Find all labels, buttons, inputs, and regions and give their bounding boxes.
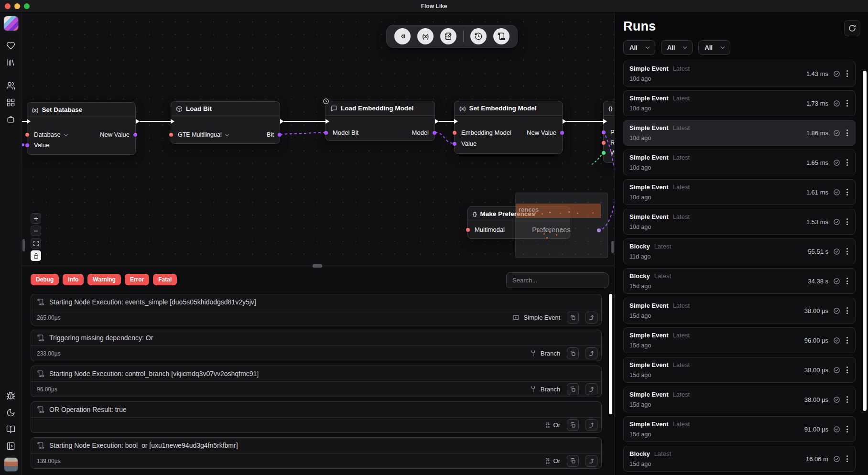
panel-resize-handle-right[interactable]	[611, 241, 614, 253]
bag-icon[interactable]	[6, 114, 16, 124]
output-pin[interactable]	[433, 131, 436, 135]
runs-filter-dropdown[interactable]: All	[623, 40, 655, 55]
log-entry[interactable]: Triggering missing dependency: Or 233.00…	[31, 330, 602, 361]
library-icon[interactable]	[6, 57, 16, 67]
notebook-button[interactable]	[440, 28, 456, 44]
log-filter-chip[interactable]: Warning	[87, 274, 121, 285]
run-card[interactable]: BlockyLatest 15d ago 34.38 s	[623, 268, 856, 294]
input-pin[interactable]	[25, 133, 29, 137]
run-card[interactable]: Simple EventLatest 10d ago 1.65 ms	[623, 150, 856, 175]
runs-scrollbar[interactable]	[863, 71, 867, 411]
run-menu-button[interactable]	[845, 306, 849, 315]
run-menu-button[interactable]	[845, 69, 849, 78]
log-search-input[interactable]	[506, 272, 608, 288]
log-scrollbar[interactable]	[609, 294, 612, 414]
variables-button[interactable]: (x)	[417, 28, 434, 44]
output-pin[interactable]	[278, 133, 282, 137]
runs-filter-dropdown[interactable]: All	[661, 40, 693, 55]
output-pin[interactable]	[560, 131, 564, 135]
run-menu-button[interactable]	[845, 128, 849, 138]
node-header[interactable]: Load Embedding Model	[326, 101, 434, 116]
runs-filter-dropdown[interactable]: All	[698, 40, 730, 55]
run-menu-button[interactable]	[845, 187, 849, 197]
users-icon[interactable]	[6, 81, 16, 90]
logs-button[interactable]	[493, 28, 510, 44]
history-button[interactable]	[470, 28, 487, 44]
log-entry[interactable]: Starting Node Execution: events_simple […	[31, 294, 602, 325]
run-card[interactable]: Simple EventLatest 15d ago 38.00 µs	[623, 298, 856, 324]
run-card[interactable]: Simple EventLatest 10d ago 1.43 ms	[623, 61, 856, 86]
open-run-button[interactable]	[586, 312, 597, 324]
copy-button[interactable]	[567, 419, 579, 431]
input-pin[interactable]	[25, 143, 29, 147]
run-menu-button[interactable]	[845, 247, 849, 256]
node-set-embedding-model[interactable]: (x)Set Embedding Model Embedding Model N…	[454, 101, 563, 154]
grid-icon[interactable]	[6, 97, 16, 107]
open-run-button[interactable]	[586, 347, 597, 359]
pin-label-database[interactable]: Database	[34, 130, 67, 140]
output-pin[interactable]	[133, 133, 137, 137]
log-filter-chip[interactable]: Fatal	[153, 274, 177, 285]
run-card[interactable]: Simple EventLatest 15d ago 96.00 µs	[623, 327, 856, 353]
avatar[interactable]	[4, 458, 18, 471]
runs-list[interactable]: Simple EventLatest 10d ago 1.43 ms Simpl…	[623, 61, 859, 475]
open-run-button[interactable]	[586, 455, 597, 467]
run-menu-button[interactable]	[845, 217, 849, 227]
log-entry[interactable]: Starting Node Execution: bool_or [uxu1ne…	[31, 437, 602, 469]
run-card[interactable]: BlockyLatest 11d ago 55.51 s	[623, 238, 856, 264]
run-card[interactable]: BlockyLatest 15d ago 16.06 m	[623, 446, 856, 472]
pin-label-gte[interactable]: GTE Multilingual	[178, 130, 228, 140]
zoom-in-button[interactable]	[31, 213, 41, 224]
run-card[interactable]: Simple EventLatest 15d ago 91.00 µs	[623, 416, 856, 442]
zoom-out-button[interactable]	[31, 226, 41, 236]
log-filter-chip[interactable]: Debug	[31, 274, 59, 285]
refresh-button[interactable]	[844, 20, 860, 36]
input-pin[interactable]	[602, 151, 606, 155]
run-menu-button[interactable]	[845, 395, 849, 404]
node-header[interactable]: (x)Set Embedding Model	[455, 101, 562, 116]
copy-button[interactable]	[567, 347, 579, 359]
book-icon[interactable]	[6, 424, 16, 434]
node-load-bit[interactable]: Load Bit GTE Multilingual Bit	[171, 101, 280, 144]
fit-view-button[interactable]	[31, 238, 41, 248]
run-card[interactable]: Simple EventLatest 10d ago 1.53 ms	[623, 209, 856, 235]
log-entry[interactable]: OR Operation Result: true 0110Or	[31, 401, 602, 433]
panel-icon[interactable]	[6, 441, 16, 451]
run-card[interactable]: Simple EventLatest 10d ago 1.61 ms	[623, 179, 856, 205]
minimize-button[interactable]	[14, 3, 20, 9]
run-menu-button[interactable]	[845, 424, 849, 434]
open-run-button[interactable]	[586, 419, 597, 431]
run-menu-button[interactable]	[845, 276, 849, 286]
run-card[interactable]: Simple EventLatest 15d ago 38.00 µs	[623, 387, 856, 412]
panel-resize-handle-left[interactable]	[22, 239, 25, 251]
close-button[interactable]	[5, 3, 11, 9]
node-header[interactable]: (x)Set Database	[27, 103, 135, 117]
node-set-database[interactable]: (x)Set Database Database Value New Value	[27, 102, 136, 155]
run-card[interactable]: Simple EventLatest 15d ago 38.00 µs	[623, 357, 856, 383]
heart-icon[interactable]	[6, 41, 16, 50]
log-filter-chip[interactable]: Info	[63, 274, 84, 285]
run-menu-button[interactable]	[845, 98, 849, 108]
run-card[interactable]: Simple EventLatest 10d ago 1.73 ms	[623, 90, 856, 116]
open-run-button[interactable]	[586, 383, 597, 395]
log-list[interactable]: Starting Node Execution: events_simple […	[31, 294, 602, 472]
input-pin[interactable]	[324, 131, 328, 135]
copy-button[interactable]	[567, 383, 579, 395]
node-header[interactable]: {}	[604, 101, 614, 116]
input-pin[interactable]	[453, 142, 456, 146]
run-button[interactable]	[394, 28, 411, 44]
run-menu-button[interactable]	[845, 365, 849, 375]
input-pin[interactable]	[602, 141, 606, 145]
input-pin[interactable]	[602, 130, 606, 134]
moon-icon[interactable]	[6, 408, 16, 417]
node-partial-right[interactable]: {} Pr Re W	[603, 101, 614, 163]
maximize-button[interactable]	[24, 3, 30, 9]
run-menu-button[interactable]	[845, 454, 849, 464]
panel-drag-grip[interactable]	[313, 264, 322, 268]
node-header[interactable]: Load Bit	[171, 102, 280, 116]
log-filter-chip[interactable]: Error	[125, 274, 149, 285]
copy-button[interactable]	[567, 312, 579, 324]
input-pin[interactable]	[169, 133, 173, 137]
run-card[interactable]: Simple EventLatest 10d ago 1.86 ms	[623, 120, 856, 146]
node-load-embedding-model[interactable]: Load Embedding Model Model Bit Model	[326, 101, 435, 141]
